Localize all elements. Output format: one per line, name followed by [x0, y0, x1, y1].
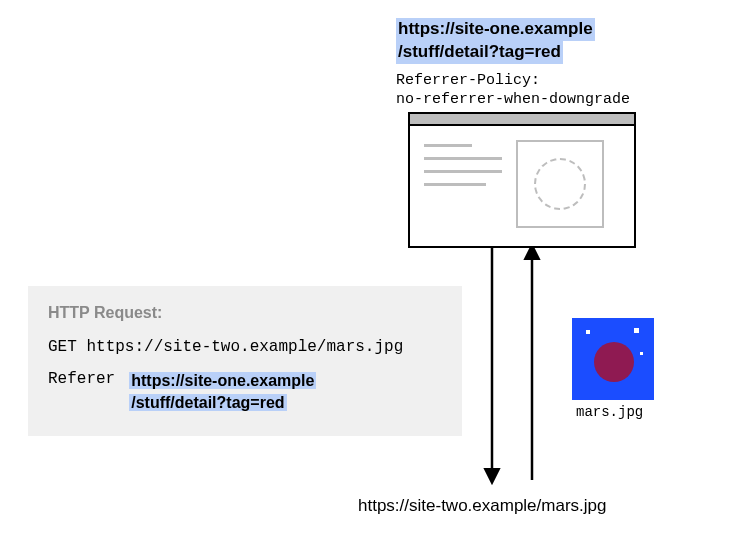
planet-icon [594, 342, 634, 382]
request-response-arrows-icon [470, 248, 560, 488]
http-request-line: GET https://site-two.example/mars.jpg [48, 338, 442, 356]
browser-body [410, 126, 634, 246]
http-request-box: HTTP Request: GET https://site-two.examp… [28, 286, 462, 436]
page-url-line1: https://site-one.example [396, 18, 595, 41]
image-source-url: https://site-two.example/mars.jpg [358, 496, 606, 516]
http-referer-value-line1: https://site-one.example [129, 372, 316, 389]
browser-window [408, 112, 636, 248]
http-request-title: HTTP Request: [48, 304, 442, 322]
http-request-url: https://site-two.example/mars.jpg [86, 338, 403, 356]
referrer-policy-label: Referrer-Policy: [396, 72, 540, 89]
mars-image-caption: mars.jpg [576, 404, 643, 420]
page-url-line2: /stuff/detail?tag=red [396, 41, 563, 64]
browser-titlebar [410, 114, 634, 126]
http-referer-value-line2: /stuff/detail?tag=red [129, 394, 286, 411]
page-url: https://site-one.example /stuff/detail?t… [396, 18, 595, 64]
referrer-policy-value: no-referrer-when-downgrade [396, 91, 630, 108]
page-text-lines [424, 140, 504, 232]
http-referer-label: Referer [48, 370, 115, 388]
http-method: GET [48, 338, 77, 356]
http-referer-header: Referer https://site-one.example /stuff/… [48, 370, 442, 413]
mars-image [572, 318, 654, 400]
placeholder-circle-icon [534, 158, 586, 210]
image-placeholder [516, 140, 604, 228]
referrer-policy: Referrer-Policy: no-referrer-when-downgr… [396, 72, 630, 110]
